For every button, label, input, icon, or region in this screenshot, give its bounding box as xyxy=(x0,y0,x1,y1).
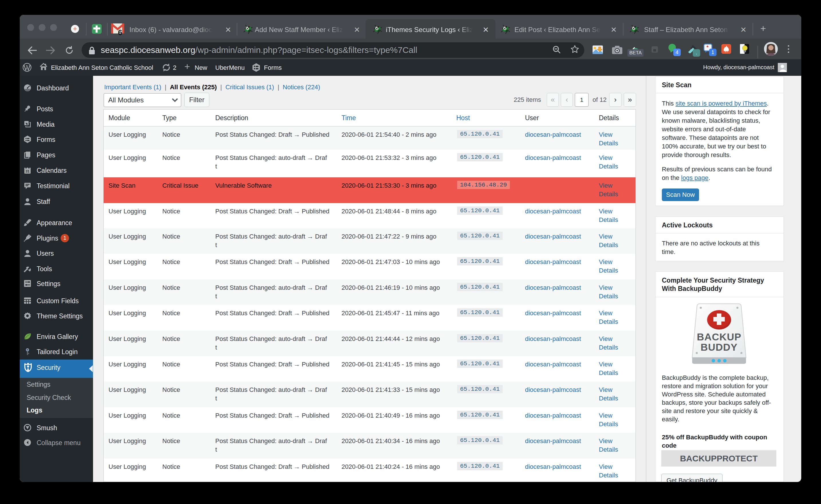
svg-text:BUDDY: BUDDY xyxy=(701,342,737,353)
svg-text:*: * xyxy=(707,45,709,50)
svg-text:31: 31 xyxy=(25,169,29,173)
svg-text:BACKUP: BACKUP xyxy=(697,331,741,342)
